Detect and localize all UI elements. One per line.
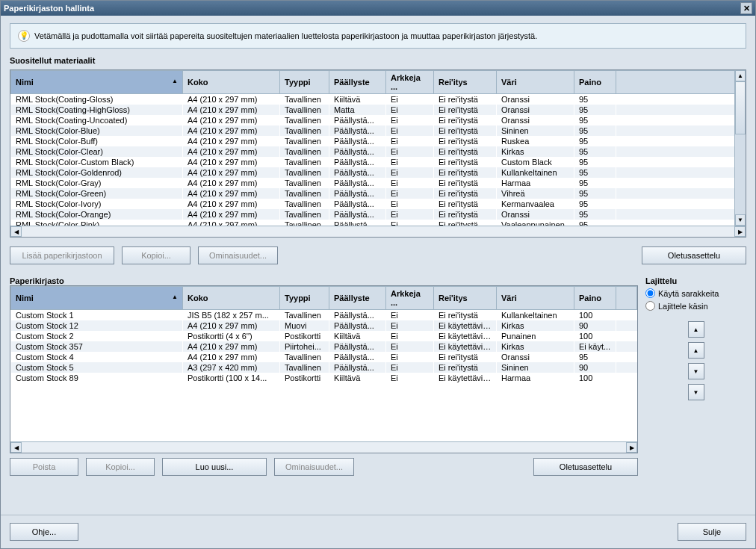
cell-tyyppi: Postikortti xyxy=(280,331,329,341)
table-row[interactable]: RML Stock(Coating-Gloss)A4 (210 x 297 mm… xyxy=(11,94,746,105)
close-button[interactable]: Sulje xyxy=(678,523,746,541)
cell-nimi: RML Stock(Color-Goldenrod) xyxy=(11,167,183,178)
cell-reiitys: Ei käytettävis... xyxy=(434,331,497,341)
copy-library-button[interactable]: Kopioi... xyxy=(86,458,155,476)
cell-nimi: RML Stock(Coating-Uncoated) xyxy=(11,115,183,125)
cell-tyyppi: Tavallinen xyxy=(280,146,329,157)
cell-paino: 95 xyxy=(574,199,616,209)
cell-nimi: RML Stock(Color-Gray) xyxy=(11,178,183,188)
column-header-tyyppi[interactable]: Tyyppi xyxy=(280,287,329,310)
column-header-paallyste[interactable]: Päällyste xyxy=(329,287,386,310)
cell-vari: Ruskea xyxy=(497,136,574,146)
properties-library-button[interactable]: Ominaisuudet... xyxy=(274,458,354,476)
column-header-nimi[interactable]: Nimi▲ xyxy=(11,287,183,310)
remove-button[interactable]: Poista xyxy=(10,458,78,476)
library-horizontal-scrollbar[interactable]: ◀ ▶ xyxy=(10,441,637,453)
table-row[interactable]: Custom Stock 89Postikortti (100 x 14...P… xyxy=(11,373,637,383)
cell-vari: Harmaa xyxy=(497,373,574,383)
use-columns-radio-label[interactable]: Käytä sarakkeita xyxy=(645,288,746,298)
column-header-paino[interactable]: Paino xyxy=(574,287,616,310)
column-header-arkkeja[interactable]: Arkkeja ... xyxy=(386,71,434,94)
cell-reiitys: Ei rei'itystä xyxy=(434,125,497,136)
move-bottom-button[interactable]: ▼ xyxy=(688,384,704,400)
table-row[interactable]: Custom Stock 5A3 (297 x 420 mm)Tavalline… xyxy=(11,362,637,373)
table-row[interactable]: RML Stock(Coating-Uncoated)A4 (210 x 297… xyxy=(11,115,746,125)
column-header-paino[interactable]: Paino xyxy=(574,71,616,94)
move-down-button[interactable]: ▼ xyxy=(688,363,704,379)
scroll-thumb[interactable] xyxy=(22,442,626,453)
help-button[interactable]: Ohje... xyxy=(10,523,78,541)
column-header-koko[interactable]: Koko xyxy=(183,71,280,94)
create-new-button[interactable]: Luo uusi... xyxy=(162,458,267,476)
cell-koko: A4 (210 x 297 mm) xyxy=(183,105,280,115)
table-row[interactable]: RML Stock(Color-Blue)A4 (210 x 297 mm)Ta… xyxy=(11,125,746,136)
window-title: Paperikirjaston hallinta xyxy=(4,4,740,13)
table-row[interactable]: RML Stock(Color-Ivory)A4 (210 x 297 mm)T… xyxy=(11,199,746,209)
table-row[interactable]: RML Stock(Color-Gray)A4 (210 x 297 mm)Ta… xyxy=(11,178,746,188)
add-to-library-button[interactable]: Lisää paperikirjastoon xyxy=(10,246,114,264)
sort-manually-radio-label[interactable]: Lajittele käsin xyxy=(645,301,746,311)
column-header-tyyppi[interactable]: Tyyppi xyxy=(280,71,329,94)
cell-reiitys: Ei rei'itystä xyxy=(434,199,497,209)
lightbulb-icon: 💡 xyxy=(18,30,30,42)
recommended-vertical-scrollbar[interactable]: ▲ ▼ xyxy=(734,70,746,226)
table-row[interactable]: RML Stock(Color-Orange)A4 (210 x 297 mm)… xyxy=(11,209,746,220)
close-icon[interactable]: ✕ xyxy=(740,2,752,14)
scroll-down-icon[interactable]: ▼ xyxy=(735,214,746,226)
table-row[interactable]: RML Stock(Color-Buff)A4 (210 x 297 mm)Ta… xyxy=(11,136,746,146)
cell-koko: A4 (210 x 297 mm) xyxy=(183,115,280,125)
cell-vari: Oranssi xyxy=(497,94,574,105)
table-row[interactable]: RML Stock(Color-Goldenrod)A4 (210 x 297 … xyxy=(11,167,746,178)
cell-paallyste: Päällystä... xyxy=(329,178,386,188)
column-header-vari[interactable]: Väri xyxy=(497,71,574,94)
table-row[interactable]: RML Stock(Color-Green)A4 (210 x 297 mm)T… xyxy=(11,188,746,199)
cell-vari: Oranssi xyxy=(497,209,574,220)
table-row[interactable]: Custom Stock 357A4 (210 x 297 mm)Piirtoh… xyxy=(11,341,637,352)
column-header-arkkeja[interactable]: Arkkeja ... xyxy=(386,287,434,310)
column-header-reiitys[interactable]: Rei'itys xyxy=(434,71,497,94)
cell-koko: A4 (210 x 297 mm) xyxy=(183,209,280,220)
column-header-paallyste[interactable]: Päällyste xyxy=(329,71,386,94)
move-up-button[interactable]: ▲ xyxy=(688,342,704,359)
column-header-reiitys[interactable]: Rei'itys xyxy=(434,287,497,310)
scroll-up-icon[interactable]: ▲ xyxy=(735,70,746,81)
cell-vari: Kullankeltainen xyxy=(497,167,574,178)
scroll-right-icon[interactable]: ▶ xyxy=(734,226,746,237)
cell-arkkeja: Ei xyxy=(386,146,434,157)
cell-reiitys: Ei rei'itystä xyxy=(434,167,497,178)
default-layout-library-button[interactable]: Oletusasettelu xyxy=(533,458,638,476)
cell-vari: Kirkas xyxy=(497,341,574,352)
scroll-left-icon[interactable]: ◀ xyxy=(10,442,22,453)
table-row[interactable]: RML Stock(Color-Clear)A4 (210 x 297 mm)T… xyxy=(11,146,746,157)
cell-nimi: RML Stock(Coating-Gloss) xyxy=(11,94,183,105)
table-row[interactable]: RML Stock(Coating-HighGloss)A4 (210 x 29… xyxy=(11,105,746,115)
scroll-thumb[interactable] xyxy=(22,226,734,237)
cell-paallyste: Kiiltävä xyxy=(329,331,386,341)
scroll-left-icon[interactable]: ◀ xyxy=(10,226,22,237)
table-row[interactable]: RML Stock(Color-Pink)A4 (210 x 297 mm)Ta… xyxy=(11,220,746,226)
cell-tyyppi: Tavallinen xyxy=(280,94,329,105)
properties-recommended-button[interactable]: Ominaisuudet... xyxy=(198,246,278,264)
table-row[interactable]: RML Stock(Color-Custom Black)A4 (210 x 2… xyxy=(11,157,746,167)
cell-nimi: Custom Stock 5 xyxy=(11,362,183,373)
scroll-thumb[interactable] xyxy=(735,81,746,134)
cell-paallyste: Päällystä... xyxy=(329,220,386,226)
column-header-blank[interactable] xyxy=(616,71,746,94)
column-header-nimi[interactable]: Nimi▲ xyxy=(11,71,183,94)
column-header-vari[interactable]: Väri xyxy=(497,287,574,310)
default-layout-recommended-button[interactable]: Oletusasettelu xyxy=(642,246,746,264)
table-row[interactable]: Custom Stock 1JIS B5 (182 x 257 m...Tava… xyxy=(11,310,637,321)
cell-paallyste: Kiiltävä xyxy=(329,373,386,383)
table-row[interactable]: Custom Stock 2Postikortti (4 x 6'')Posti… xyxy=(11,331,637,341)
table-row[interactable]: Custom Stock 4A4 (210 x 297 mm)Tavalline… xyxy=(11,352,637,362)
table-row[interactable]: Custom Stock 12A4 (210 x 297 mm)MuoviPää… xyxy=(11,320,637,331)
recommended-horizontal-scrollbar[interactable]: ◀ ▶ xyxy=(10,226,746,237)
column-header-blank[interactable] xyxy=(616,287,637,310)
column-header-koko[interactable]: Koko xyxy=(183,287,280,310)
move-top-button[interactable]: ▲ xyxy=(688,321,704,338)
scroll-right-icon[interactable]: ▶ xyxy=(626,442,637,453)
use-columns-radio[interactable] xyxy=(645,288,655,298)
sort-manually-radio[interactable] xyxy=(645,301,655,311)
cell-reiitys: Ei rei'itystä xyxy=(434,220,497,226)
copy-recommended-button[interactable]: Kopioi... xyxy=(122,246,190,264)
